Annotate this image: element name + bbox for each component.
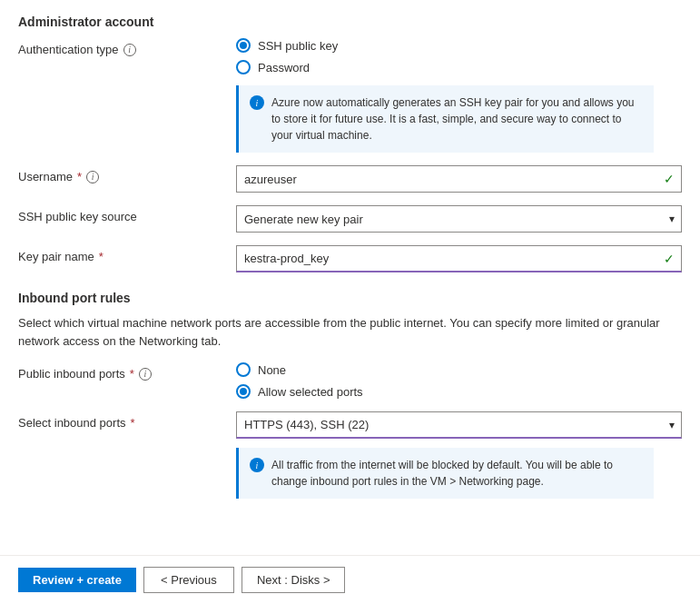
footer: Review + create < Previous Next : Disks …	[0, 555, 700, 604]
ssh-radio-label: SSH public key	[258, 39, 338, 53]
key-pair-row: Key pair name * ✓	[18, 245, 682, 272]
public-ports-info-icon[interactable]: i	[139, 368, 152, 381]
key-pair-input-wrapper: ✓	[236, 245, 682, 272]
previous-button[interactable]: < Previous	[143, 567, 234, 593]
username-label: Username * i	[18, 165, 236, 183]
ssh-radio-input[interactable]	[236, 38, 251, 53]
ssh-source-controls: Generate new key pair ▾	[236, 205, 682, 233]
username-row: Username * i ✓	[18, 165, 682, 193]
ssh-radio-option[interactable]: SSH public key	[236, 38, 682, 53]
ssh-info-box: i Azure now automatically generates an S…	[236, 85, 654, 153]
selected-port-radio[interactable]	[236, 384, 251, 399]
key-pair-check-icon: ✓	[664, 252, 675, 266]
inbound-description: Select which virtual machine network por…	[18, 314, 682, 350]
select-ports-label: Select inbound ports *	[18, 411, 236, 430]
username-info-icon[interactable]: i	[86, 171, 99, 183]
inbound-title: Inbound port rules	[18, 291, 682, 305]
public-ports-required: *	[130, 367, 134, 381]
select-ports-select[interactable]: HTTPS (443), SSH (22)	[236, 411, 682, 439]
username-input-wrapper: ✓	[236, 165, 682, 193]
password-radio-input[interactable]	[236, 60, 251, 74]
select-ports-required: *	[131, 416, 135, 430]
key-pair-required: *	[99, 250, 104, 263]
public-ports-controls: None Allow selected ports	[236, 362, 682, 399]
username-input[interactable]	[236, 165, 682, 193]
auth-type-label: Authentication type i	[18, 38, 236, 56]
inbound-section-divider: Inbound port rules Select which virtual …	[18, 291, 682, 350]
auth-type-radio-group: SSH public key Password	[236, 38, 682, 74]
public-ports-row: Public inbound ports * i None Allow sele…	[18, 362, 682, 399]
select-ports-select-wrapper: HTTPS (443), SSH (22) ▾	[236, 411, 682, 439]
username-check-icon: ✓	[664, 172, 675, 186]
selected-port-label: Allow selected ports	[258, 385, 363, 399]
key-pair-input[interactable]	[236, 245, 682, 272]
username-required: *	[77, 170, 82, 183]
public-ports-label: Public inbound ports * i	[18, 362, 236, 381]
username-controls: ✓	[236, 165, 682, 193]
traffic-info-text: All traffic from the internet will be bl…	[271, 457, 643, 490]
next-button[interactable]: Next : Disks >	[242, 567, 346, 593]
none-port-option[interactable]: None	[236, 362, 682, 377]
select-ports-row: Select inbound ports * HTTPS (443), SSH …	[18, 411, 682, 499]
key-pair-label: Key pair name *	[18, 245, 236, 263]
ssh-source-select[interactable]: Generate new key pair	[236, 205, 682, 233]
selected-port-option[interactable]: Allow selected ports	[236, 384, 682, 399]
key-pair-controls: ✓	[236, 245, 682, 272]
auth-type-row: Authentication type i SSH public key Pas…	[18, 38, 682, 153]
admin-account-title: Administrator account	[18, 15, 682, 29]
public-ports-radio-group: None Allow selected ports	[236, 362, 682, 399]
password-radio-option[interactable]: Password	[236, 60, 682, 74]
select-ports-controls: HTTPS (443), SSH (22) ▾ i All traffic fr…	[236, 411, 682, 499]
ssh-source-label: SSH public key source	[18, 205, 236, 223]
none-port-radio[interactable]	[236, 362, 251, 377]
traffic-info-box: i All traffic from the internet will be …	[236, 448, 654, 499]
auth-type-info-icon[interactable]: i	[123, 44, 136, 56]
info-box-icon: i	[250, 95, 264, 110]
review-create-button[interactable]: Review + create	[18, 568, 136, 592]
ssh-source-select-wrapper: Generate new key pair ▾	[236, 205, 682, 233]
auth-type-controls: SSH public key Password i Azure now auto…	[236, 38, 682, 153]
ssh-source-row: SSH public key source Generate new key p…	[18, 205, 682, 233]
info-box-text: Azure now automatically generates an SSH…	[271, 94, 643, 144]
password-radio-label: Password	[258, 61, 310, 74]
none-port-label: None	[258, 363, 286, 377]
traffic-info-icon: i	[250, 458, 264, 472]
